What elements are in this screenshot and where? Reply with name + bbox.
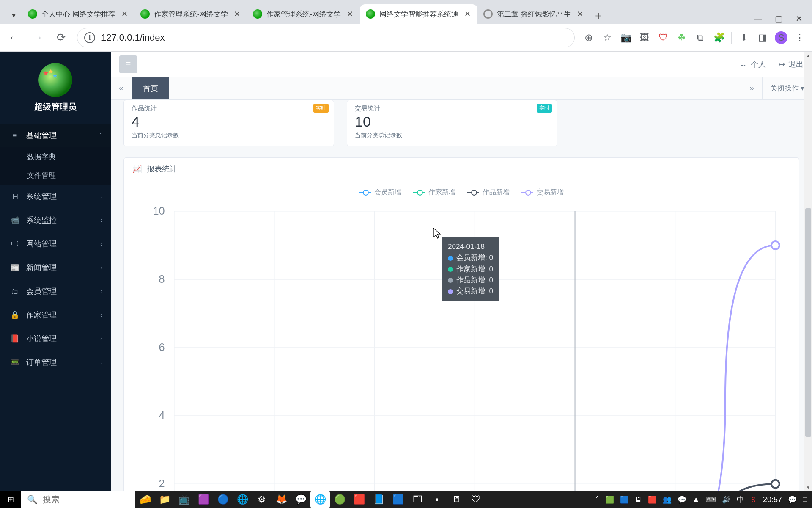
profile-avatar[interactable]: S xyxy=(775,31,787,44)
tray-icon[interactable]: ▲ xyxy=(692,495,700,504)
close-icon[interactable]: ✕ xyxy=(464,9,471,19)
app-icon[interactable]: 📁 xyxy=(155,491,174,508)
app-icon[interactable]: 🖥 xyxy=(447,491,466,508)
logout-link[interactable]: ↦ 退出 xyxy=(779,59,804,69)
site-info-icon[interactable]: i xyxy=(84,32,95,43)
legend-item[interactable]: 交易新增 xyxy=(521,188,564,197)
url-text: 127.0.0.1/index xyxy=(101,32,165,43)
tray-icon[interactable]: Ｓ xyxy=(750,495,757,505)
app-sidebar: 超级管理员 ≡ 基础管理 ˅数据字典文件管理🖥 系统管理 ‹📹 系统监控 ‹🖵 … xyxy=(0,52,111,491)
minimize-icon[interactable]: ― xyxy=(754,14,762,24)
app-icon[interactable]: 🟢 xyxy=(330,491,349,508)
tray-icon[interactable]: 💬 xyxy=(678,495,686,504)
app-icon[interactable]: 💬 xyxy=(291,491,310,508)
sidebar-subitem[interactable]: 数据字典 xyxy=(0,147,111,166)
tray-icon[interactable]: 🟦 xyxy=(620,495,629,504)
close-icon[interactable]: ✕ xyxy=(234,9,240,19)
forward-icon[interactable]: → xyxy=(30,30,46,46)
tray-icon[interactable]: 👥 xyxy=(663,495,672,504)
copy-icon[interactable]: ⧉ xyxy=(694,31,707,44)
menu-label: 网站管理 xyxy=(26,239,57,249)
app-icon[interactable]: 🌐 xyxy=(310,491,330,508)
reload-icon[interactable]: ⟳ xyxy=(53,30,69,46)
close-icon[interactable]: ✕ xyxy=(347,9,353,19)
tabs-dropdown-icon[interactable]: ▾ xyxy=(5,7,22,24)
tabs-next-icon[interactable]: » xyxy=(741,77,762,99)
picture-icon[interactable]: 🖼 xyxy=(638,31,651,44)
browser-tab[interactable]: 作家管理系统-网络文学 ✕ xyxy=(247,4,360,24)
start-button[interactable]: ⊞ xyxy=(0,491,21,508)
sidebar-item[interactable]: ≡ 基础管理 ˅ xyxy=(0,124,111,147)
shield-icon[interactable]: 🛡 xyxy=(657,31,669,44)
show-desktop[interactable] xyxy=(803,497,807,502)
tab-home[interactable]: 首页 xyxy=(132,77,169,99)
browser-tab[interactable]: 个人中心 网络文学推荐 ✕ xyxy=(22,4,134,24)
taskbar-clock[interactable]: 20:57 xyxy=(763,495,782,504)
profile-link[interactable]: 🗂 个人 xyxy=(740,59,766,69)
sidebar-item[interactable]: 🖥 系统管理 ‹ xyxy=(0,185,111,208)
browser-tab-active[interactable]: 网络文学智能推荐系统通 ✕ xyxy=(360,4,477,24)
ext-leaf-icon[interactable]: ☘ xyxy=(675,31,688,44)
menu-icon[interactable]: ⋮ xyxy=(793,31,806,44)
favicon-icon xyxy=(253,9,262,19)
tray-chevron-icon[interactable]: ˄ xyxy=(595,495,599,504)
app-icon[interactable]: 📘 xyxy=(369,491,388,508)
menu-label: 小说管理 xyxy=(26,334,57,344)
sidebar-item[interactable]: 📹 系统监控 ‹ xyxy=(0,208,111,232)
close-icon[interactable]: ✕ xyxy=(121,9,128,19)
chevron-icon: ‹ xyxy=(100,264,102,271)
downloads-icon[interactable]: ⬇ xyxy=(738,31,750,44)
sidebar-icon[interactable]: ◨ xyxy=(756,31,769,44)
notifications-icon[interactable]: 💬 xyxy=(788,495,797,504)
close-icon[interactable]: ✕ xyxy=(577,9,583,19)
address-bar[interactable]: i 127.0.0.1/index xyxy=(77,28,575,47)
app-icon[interactable]: 🛡 xyxy=(466,491,486,508)
close-window-icon[interactable]: ✕ xyxy=(796,14,803,24)
scrollbar[interactable]: ▲ ▼ xyxy=(804,52,812,491)
sidebar-item[interactable]: 🗂 会员管理 ‹ xyxy=(0,279,111,303)
report-panel: 📈 报表统计 会员新增作家新增作品新增交易新增 2468102024-01-14… xyxy=(123,157,799,491)
hamburger-button[interactable]: ≡ xyxy=(119,55,137,73)
sidebar-item[interactable]: 🔒 作家管理 ‹ xyxy=(0,303,111,327)
app-icon[interactable]: ⚙ xyxy=(252,491,272,508)
back-icon[interactable]: ← xyxy=(6,30,22,46)
app-icon[interactable]: 🔵 xyxy=(213,491,233,508)
browser-tab[interactable]: 第二章 摇红烛影忆平生 ✕ xyxy=(477,4,590,24)
app-icon[interactable]: 🧀 xyxy=(135,491,155,508)
menu-icon: 🔒 xyxy=(10,310,19,320)
app-icon[interactable]: 🗔 xyxy=(408,491,427,508)
taskbar-search[interactable]: 🔍 搜索 xyxy=(21,491,135,508)
browser-tab[interactable]: 作家管理系统-网络文学 ✕ xyxy=(134,4,247,24)
app-icon[interactable]: 🦊 xyxy=(272,491,291,508)
sidebar-item[interactable]: 📰 新闻管理 ‹ xyxy=(0,256,111,279)
ime-indicator[interactable]: 中 xyxy=(737,495,744,505)
id-card-icon: 🗂 xyxy=(740,60,747,69)
app-icon[interactable]: ▪ xyxy=(427,491,447,508)
extensions-icon[interactable]: 🧩 xyxy=(713,31,725,44)
chevron-icon: ‹ xyxy=(100,359,102,366)
tray-icon[interactable]: 🟩 xyxy=(605,495,614,504)
sidebar-subitem[interactable]: 文件管理 xyxy=(0,166,111,185)
app-icon[interactable]: 📺 xyxy=(174,491,194,508)
maximize-icon[interactable]: ▢ xyxy=(775,14,783,24)
sidebar-item[interactable]: 📟 订单管理 ‹ xyxy=(0,351,111,374)
legend-item[interactable]: 作品新增 xyxy=(467,188,510,197)
legend-item[interactable]: 会员新增 xyxy=(359,188,401,197)
app-icon[interactable]: 🟥 xyxy=(349,491,369,508)
tabs-prev-icon[interactable]: « xyxy=(111,77,132,99)
legend-item[interactable]: 作家新增 xyxy=(413,188,455,197)
zoom-icon[interactable]: ⊕ xyxy=(582,31,595,44)
camera-icon[interactable]: 📷 xyxy=(620,31,632,44)
tray-icon[interactable]: 🟥 xyxy=(648,495,657,504)
taskbar-apps: 🧀 📁 📺 🟪 🔵 🌐 ⚙ 🦊 💬 🌐 🟢 🟥 📘 🟦 🗔 ▪ 🖥 🛡 xyxy=(135,491,486,508)
sidebar-item[interactable]: 📕 小说管理 ‹ xyxy=(0,327,111,351)
sidebar-item[interactable]: 🖵 网站管理 ‹ xyxy=(0,232,111,256)
new-tab-button[interactable]: ＋ xyxy=(590,7,607,24)
bookmark-icon[interactable]: ☆ xyxy=(601,31,614,44)
tray-icon[interactable]: ⌨ xyxy=(705,495,716,504)
app-icon[interactable]: 🟦 xyxy=(388,491,408,508)
tray-icon[interactable]: 🔊 xyxy=(722,495,731,504)
app-icon[interactable]: 🌐 xyxy=(233,491,252,508)
tray-icon[interactable]: 🖥 xyxy=(635,495,642,504)
app-icon[interactable]: 🟪 xyxy=(194,491,213,508)
